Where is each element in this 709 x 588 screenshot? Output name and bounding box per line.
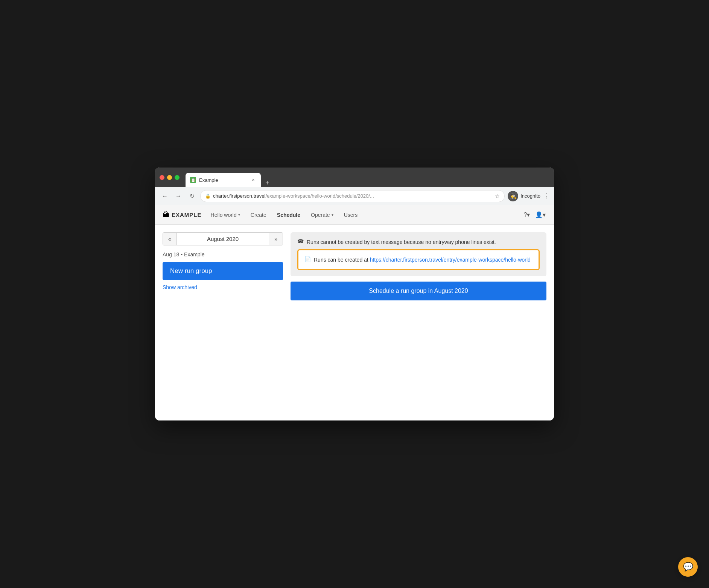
app-navbar: 🏔 EXAMPLE Hello world ▾ Create Schedule … [155, 205, 554, 225]
traffic-lights [160, 175, 180, 180]
bookmark-icon[interactable]: ☆ [495, 193, 500, 199]
new-run-group-button[interactable]: New run group [163, 262, 283, 280]
document-icon: 📄 [304, 256, 311, 262]
browser-menu-button[interactable]: ⋮ [543, 192, 549, 200]
tab-favicon: 📋 [190, 177, 196, 183]
nav-operate[interactable]: Operate ▾ [306, 210, 338, 220]
month-navigator: « August 2020 » [163, 232, 283, 245]
titlebar: 📋 Example × + [155, 168, 554, 187]
nav-hello-world[interactable]: Hello world ▾ [206, 210, 245, 220]
tab-title: Example [199, 177, 247, 183]
nav-schedule[interactable]: Schedule [272, 210, 305, 220]
url-path: /example-workspace/hello-world/schedule/… [265, 193, 374, 199]
reload-button[interactable]: ↻ [187, 191, 197, 201]
entry-url-link[interactable]: https://charter.firstperson.travel/entry… [370, 257, 531, 263]
app-logo: 🏔 EXAMPLE [163, 211, 202, 219]
phone-icon: ☎ [297, 238, 304, 244]
url-domain: charter.firstperson.travel [213, 193, 265, 199]
chevron-down-icon: ▾ [332, 213, 333, 217]
right-panel: ☎ Runs cannot be created by text message… [291, 232, 546, 413]
incognito-area: 🕵 Incognito [508, 191, 540, 201]
incognito-label: Incognito [520, 193, 540, 199]
browser-tab[interactable]: 📋 Example × [186, 173, 261, 187]
date-heading: Aug 18 • Example [163, 251, 283, 257]
main-content: « August 2020 » Aug 18 • Example New run… [155, 225, 554, 420]
account-button[interactable]: 👤▾ [534, 209, 546, 221]
lock-icon: 🔒 [205, 193, 211, 199]
current-month-label: August 2020 [177, 233, 269, 245]
chat-bubble-button[interactable]: 💬 [678, 557, 698, 577]
address-bar: ← → ↻ 🔒 charter.firstperson.travel/examp… [155, 187, 554, 205]
nav-users[interactable]: Users [339, 210, 362, 220]
url-text: charter.firstperson.travel/example-works… [213, 193, 493, 199]
tab-bar: 📋 Example × + [186, 168, 549, 187]
browser-window: 📋 Example × + ← → ↻ 🔒 charter.firstperso… [155, 168, 554, 420]
info-box: ☎ Runs cannot be created by text message… [291, 232, 546, 276]
forward-button[interactable]: → [173, 191, 184, 201]
logo-text: EXAMPLE [172, 212, 202, 218]
runs-created-message: 📄 Runs can be created at https://charter… [304, 256, 533, 264]
schedule-run-group-button[interactable]: Schedule a run group in August 2020 [291, 282, 546, 300]
url-bar[interactable]: 🔒 charter.firstperson.travel/example-wor… [200, 190, 505, 202]
minimize-button[interactable] [167, 175, 172, 180]
chevron-down-icon: ▾ [238, 213, 240, 217]
logo-icon: 🏔 [163, 211, 169, 219]
nav-create[interactable]: Create [246, 210, 271, 220]
close-button[interactable] [160, 175, 164, 180]
back-button[interactable]: ← [160, 191, 170, 201]
show-archived-link[interactable]: Show archived [163, 284, 197, 290]
tab-close-button[interactable]: × [250, 177, 256, 183]
maximize-button[interactable] [175, 175, 180, 180]
new-tab-button[interactable]: + [262, 179, 272, 187]
prev-month-button[interactable]: « [163, 233, 177, 245]
chat-icon: 💬 [683, 562, 693, 572]
incognito-icon: 🕵 [508, 191, 518, 201]
next-month-button[interactable]: » [269, 233, 283, 245]
warning-text: Runs cannot be created by text message b… [307, 238, 496, 246]
warning-message: ☎ Runs cannot be created by text message… [297, 238, 540, 246]
sidebar: « August 2020 » Aug 18 • Example New run… [163, 232, 283, 413]
runs-created-text: Runs can be created at https://charter.f… [314, 256, 531, 264]
highlighted-info-box: 📄 Runs can be created at https://charter… [297, 249, 540, 270]
help-button[interactable]: ?▾ [521, 209, 533, 221]
